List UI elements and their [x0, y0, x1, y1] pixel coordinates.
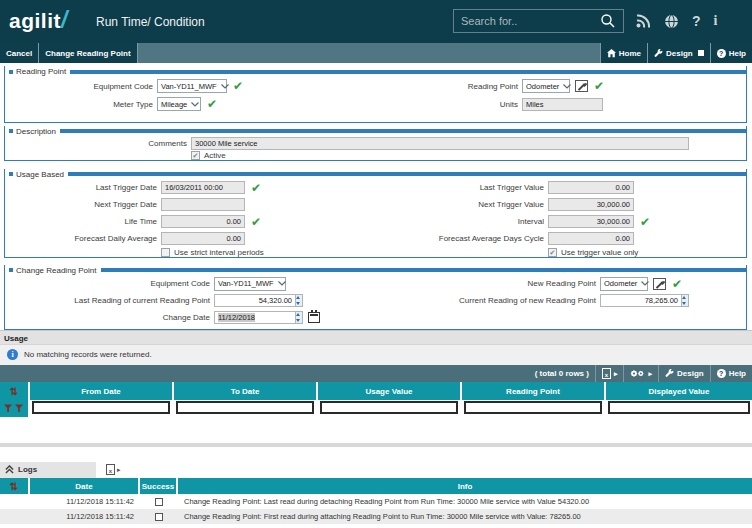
change-date-field[interactable]: 11/12/2018 — [214, 311, 296, 324]
filter-icon — [4, 404, 13, 413]
spinner-stepper[interactable] — [682, 294, 689, 307]
valid-check-icon: ✔ — [233, 80, 243, 92]
last-reading-label: Last Reading of current Reading Point — [5, 296, 214, 305]
logs-export-button[interactable]: x ▸ — [106, 464, 121, 475]
active-checkbox[interactable] — [191, 151, 200, 160]
spinner-stepper[interactable] — [296, 294, 303, 307]
legend-marker — [9, 268, 13, 272]
design-button[interactable]: Design — [647, 43, 710, 63]
sort-column-header[interactable]: ⇅ — [0, 478, 30, 494]
home-button[interactable]: Home — [600, 43, 647, 63]
logs-panel-header[interactable]: Logs — [0, 462, 96, 478]
feed-icon[interactable] — [636, 14, 651, 28]
chevron-down-icon — [563, 84, 571, 89]
sort-icon: ⇅ — [10, 386, 18, 397]
design-toggle-square — [698, 50, 704, 56]
help-button[interactable]: ? Help — [710, 43, 752, 63]
reading-point-label: Reading Point — [377, 82, 522, 91]
success-checkbox[interactable] — [155, 513, 163, 521]
logs-column-info[interactable]: Info — [178, 478, 752, 494]
usage-filter-row — [0, 400, 752, 417]
column-header-reading-point[interactable]: Reading Point — [462, 382, 606, 400]
section-legend: Change Reading Point — [16, 266, 97, 275]
info-icon[interactable]: i — [714, 14, 718, 28]
reading-point-section: Reading Point Equipment Code Van-YD11_MW… — [4, 66, 747, 123]
filter-input-reading-point[interactable] — [464, 401, 602, 414]
crp-equipment-code-label: Equipment Code — [5, 279, 214, 288]
valid-check-icon: ✔ — [251, 182, 261, 194]
valid-check-icon: ✔ — [251, 216, 261, 228]
wrench-icon — [665, 369, 674, 378]
help-icon[interactable]: ? — [692, 14, 701, 28]
export-icon: x — [602, 368, 611, 379]
section-divider — [0, 443, 752, 447]
globe-icon[interactable] — [664, 14, 679, 29]
use-strict-interval-label: Use strict interval periods — [174, 248, 264, 257]
equipment-code-select[interactable]: Van-YD11_MWF — [157, 79, 227, 93]
column-header-from-date[interactable]: From Date — [30, 382, 174, 400]
search-input[interactable]: Search for.. — [453, 9, 624, 33]
use-trigger-value-label: Use trigger value only — [561, 248, 638, 257]
column-header-usage-value[interactable]: Usage Value — [318, 382, 462, 400]
help-circle-icon: ? — [717, 49, 726, 58]
meter-type-label: Meter Type — [5, 100, 157, 109]
interval-field: 30,000.00 — [548, 215, 634, 228]
sort-column-header[interactable]: ⇅ — [0, 382, 30, 400]
comments-field[interactable]: 30000 Mile service — [191, 137, 689, 150]
logs-column-date[interactable]: Date — [30, 478, 140, 494]
forecast-daily-average-field: 0.00 — [161, 232, 245, 245]
log-date: 11/12/2018 15:11:42 — [0, 512, 140, 521]
use-strict-interval-checkbox[interactable] — [161, 248, 170, 257]
legend-marker — [9, 70, 13, 74]
log-info: Change Reading Point: Last read during d… — [178, 497, 752, 506]
table-help-button[interactable]: ?Help — [710, 365, 752, 382]
new-reading-point-select[interactable]: Odometer — [600, 277, 648, 291]
success-checkbox[interactable] — [155, 498, 163, 506]
filter-input-usage-value[interactable] — [320, 401, 458, 414]
spinner-stepper[interactable] — [296, 311, 303, 324]
filter-input-displayed-value[interactable] — [608, 401, 750, 414]
next-trigger-date-field — [161, 198, 245, 211]
filter-cell[interactable] — [0, 400, 30, 417]
change-reading-point-button[interactable]: Change Reading Point — [39, 43, 137, 63]
table-design-button[interactable]: Design — [658, 365, 710, 382]
filter-input-from-date[interactable] — [32, 401, 170, 414]
cancel-button[interactable]: Cancel — [0, 43, 39, 63]
section-legend: Reading Point — [16, 67, 66, 76]
usage-table-header: ⇅ From Date To Date Usage Value Reading … — [0, 382, 752, 400]
life-time-field: 0.00 — [161, 215, 245, 228]
meter-type-select[interactable]: Mileage — [157, 97, 201, 111]
valid-check-icon: ✔ — [672, 278, 682, 290]
new-reading-point-label: New Reading Point — [377, 279, 600, 288]
next-trigger-value-label: Next Trigger Value — [377, 200, 548, 209]
export-icon: x — [106, 464, 115, 475]
chevron-down-icon — [278, 281, 286, 286]
home-icon — [607, 49, 616, 58]
last-trigger-value-label: Last Trigger Value — [377, 183, 548, 192]
edit-icon[interactable] — [653, 278, 666, 290]
total-rows-label: ( total 0 rows ) — [529, 365, 595, 382]
calendar-icon[interactable] — [308, 312, 320, 323]
edit-icon[interactable] — [575, 80, 588, 92]
crp-equipment-code-select[interactable]: Van-YD11_MWF — [214, 277, 286, 291]
search-placeholder: Search for.. — [461, 15, 600, 27]
logs-column-success[interactable]: Success — [140, 478, 178, 494]
usage-table-toolbar: ( total 0 rows ) x▸ ▸ Design ?Help — [0, 365, 752, 382]
table-settings-button[interactable]: ▸ — [623, 365, 658, 382]
export-button[interactable]: x▸ — [595, 365, 624, 382]
reading-point-select[interactable]: Odometer — [522, 79, 570, 93]
equipment-code-label: Equipment Code — [5, 82, 157, 91]
usage-info-message: No matching records were returned. — [24, 350, 152, 359]
active-label: Active — [204, 151, 226, 160]
current-reading-field[interactable]: 78,265.00 — [600, 294, 682, 307]
column-header-displayed-value[interactable]: Displayed Value — [606, 382, 752, 400]
filter-input-to-date[interactable] — [176, 401, 314, 414]
search-icon[interactable] — [600, 13, 616, 29]
use-trigger-value-checkbox[interactable] — [548, 248, 557, 257]
column-header-to-date[interactable]: To Date — [174, 382, 318, 400]
last-reading-field[interactable]: 54,320.00 — [214, 294, 296, 307]
description-section: Description Comments 30000 Mile service … — [4, 126, 747, 161]
gears-icon — [630, 368, 645, 379]
units-field: Miles — [522, 98, 603, 111]
chevron-down-icon — [641, 281, 649, 286]
